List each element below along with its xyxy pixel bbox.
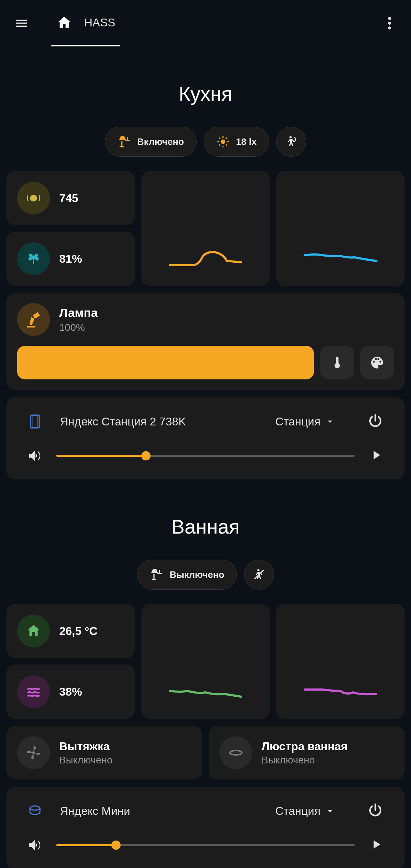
dots-vertical-icon (388, 16, 391, 30)
card-bathroom-fan[interactable]: Вытяжка Выключено (6, 726, 202, 779)
media-volume-slider[interactable] (56, 838, 355, 852)
svg-point-2 (388, 26, 391, 29)
card-kitchen-co2[interactable]: 745 (6, 171, 135, 225)
media-power-button[interactable] (367, 802, 385, 819)
ceiling-name: Люстра ванная (262, 740, 347, 753)
chip-lux-label: 18 lx (236, 136, 257, 147)
svg-point-17 (35, 257, 39, 261)
menu-button[interactable] (13, 15, 30, 32)
sparkline-cyan (292, 248, 389, 269)
chip-kitchen-light[interactable]: Включено (105, 127, 197, 157)
card-kitchen-co2-graph[interactable] (141, 171, 270, 286)
svg-line-10 (219, 145, 220, 146)
svg-point-22 (30, 806, 40, 810)
chip-bathroom-light[interactable]: Выключено (137, 560, 237, 590)
waves-icon (17, 675, 50, 708)
media-play-button[interactable] (369, 448, 385, 464)
bathroom-sensor-grid: 26,5 °C 38% (6, 604, 405, 719)
section-title-kitchen: Кухня (6, 82, 405, 105)
sparkline-green (157, 681, 254, 702)
speaker-icon (26, 413, 44, 430)
svg-rect-19 (36, 632, 37, 636)
lamp-off-icon (149, 568, 163, 581)
overflow-menu-button[interactable] (381, 15, 398, 32)
card-kitchen-lamp: Лампа 100% (6, 293, 405, 390)
svg-point-1 (388, 22, 391, 25)
media-source-label: Станция (275, 804, 320, 818)
hamburger-icon (14, 16, 29, 30)
chip-bathroom-motion[interactable] (244, 560, 274, 590)
svg-point-20 (32, 751, 35, 754)
media-power-button[interactable] (367, 413, 385, 430)
humidity-value: 81% (59, 252, 82, 266)
media-name: Яндекс Станция 2 738K (60, 415, 259, 428)
media-source-select[interactable]: Станция (275, 804, 335, 818)
card-bathroom-media: Яндекс Мини Станция (6, 787, 405, 868)
chip-light-label: Выключено (169, 569, 224, 580)
card-bathroom-ceiling[interactable]: Люстра ванная Выключено (209, 726, 405, 779)
section-title-bathroom: Ванная (6, 515, 405, 538)
volume-icon[interactable] (26, 448, 42, 464)
temp-value: 26,5 °C (59, 625, 97, 638)
play-icon (369, 837, 383, 852)
card-bathroom-temp[interactable]: 26,5 °C (6, 604, 135, 658)
co2-icon (17, 182, 50, 215)
power-icon (367, 802, 383, 818)
co2-value: 745 (59, 192, 78, 205)
section-kitchen: Кухня Включено 18 lx 745 8 (0, 82, 411, 479)
svg-line-9 (225, 145, 227, 146)
svg-point-21 (230, 751, 242, 755)
svg-line-8 (219, 138, 220, 139)
power-icon (367, 413, 383, 429)
lamp-color-button[interactable] (360, 346, 394, 379)
chevron-down-icon (325, 806, 335, 816)
sparkline-orange (157, 248, 254, 269)
play-icon (369, 448, 383, 462)
media-source-select[interactable]: Станция (275, 415, 335, 428)
card-kitchen-humidity[interactable]: 81% (6, 232, 135, 286)
palette-icon (369, 355, 385, 370)
lamp-temp-button[interactable] (320, 346, 354, 379)
ceiling-light-icon (219, 736, 252, 769)
bathroom-chips: Выключено (6, 560, 405, 590)
chip-kitchen-lux[interactable]: 18 lx (204, 127, 269, 157)
media-name: Яндекс Мини (60, 804, 259, 818)
card-bathroom-temp-graph[interactable] (141, 604, 270, 719)
media-volume-slider[interactable] (56, 449, 355, 463)
svg-point-12 (30, 195, 37, 201)
ceiling-state: Выключено (262, 755, 347, 766)
card-bathroom-humidity[interactable]: 38% (6, 665, 135, 719)
sparkline-magenta (292, 681, 389, 702)
section-bathroom: Ванная Выключено 26,5 °C 38% (0, 515, 411, 868)
fan-state: Выключено (59, 755, 112, 766)
fan-icon (17, 736, 50, 769)
home-temp-icon (17, 615, 50, 647)
lamp-level: 100% (59, 322, 98, 333)
fan-name: Вытяжка (59, 740, 112, 753)
media-source-label: Станция (275, 415, 320, 428)
humidity-value: 38% (59, 685, 82, 698)
bathroom-device-grid: Вытяжка Выключено Люстра ванная Выключен… (6, 726, 405, 779)
lamp-name: Лампа (59, 306, 98, 320)
lamp-brightness-slider[interactable] (17, 346, 314, 379)
kitchen-chips: Включено 18 lx (6, 127, 405, 157)
media-play-button[interactable] (369, 837, 385, 853)
chip-light-label: Включено (137, 136, 184, 147)
kitchen-sensor-grid: 745 81% (6, 171, 405, 286)
desk-lamp-icon[interactable] (17, 303, 50, 336)
svg-point-3 (220, 140, 225, 144)
home-icon (56, 15, 72, 30)
brightness-icon (216, 135, 230, 148)
svg-point-0 (388, 17, 391, 20)
tab-hass[interactable]: HASS (51, 0, 120, 46)
card-bathroom-humidity-graph[interactable] (276, 604, 405, 719)
volume-icon[interactable] (26, 837, 42, 853)
lamp-icon (117, 135, 131, 148)
motion-off-icon (252, 568, 266, 581)
chip-kitchen-motion[interactable] (276, 127, 306, 157)
svg-line-11 (225, 138, 227, 139)
thermometer-icon (329, 355, 345, 370)
chevron-down-icon (325, 416, 335, 427)
card-kitchen-humidity-graph[interactable] (276, 171, 405, 286)
svg-point-15 (35, 254, 38, 257)
